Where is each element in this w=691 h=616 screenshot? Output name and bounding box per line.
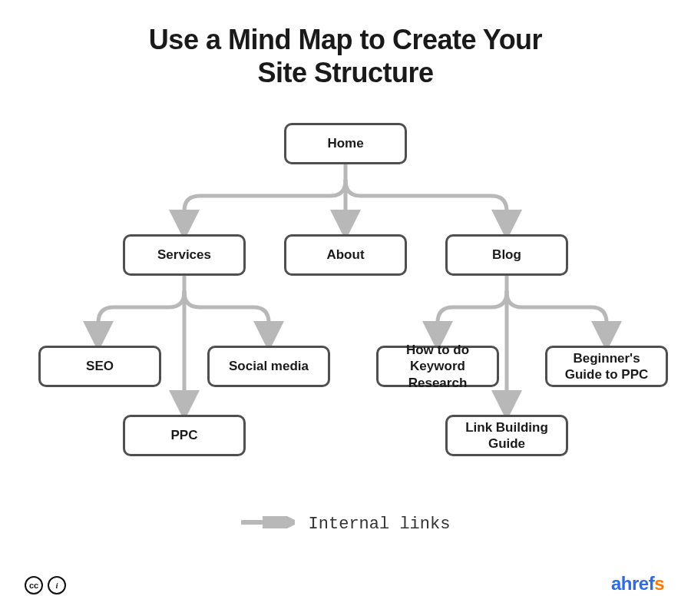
node-about: About bbox=[284, 234, 407, 276]
node-home: Home bbox=[284, 123, 407, 164]
node-about-label: About bbox=[326, 247, 364, 263]
node-seo-label: SEO bbox=[86, 358, 114, 374]
node-beginners-guide-ppc-label: Beginner's Guide to PPC bbox=[554, 350, 660, 383]
legend-arrow-icon bbox=[241, 515, 295, 534]
node-beginners-guide-ppc: Beginner's Guide to PPC bbox=[545, 346, 668, 387]
node-ppc: PPC bbox=[123, 415, 246, 456]
title-line-1: Use a Mind Map to Create Your bbox=[149, 24, 542, 55]
node-social-media: Social media bbox=[207, 346, 330, 387]
node-keyword-research: How to do Keyword Research bbox=[376, 346, 499, 387]
node-services: Services bbox=[123, 234, 246, 276]
node-seo: SEO bbox=[38, 346, 161, 387]
brand-logo: ahrefs bbox=[611, 573, 664, 594]
node-blog: Blog bbox=[445, 234, 568, 276]
node-ppc-label: PPC bbox=[171, 427, 198, 443]
node-blog-label: Blog bbox=[492, 247, 521, 263]
cc-icon: cc bbox=[25, 576, 43, 594]
legend: Internal links bbox=[0, 515, 691, 534]
node-services-label: Services bbox=[157, 247, 211, 263]
legend-label: Internal links bbox=[309, 515, 451, 534]
license-badges: cc i bbox=[25, 576, 66, 594]
node-link-building-label: Link Building Guide bbox=[454, 419, 560, 452]
node-social-media-label: Social media bbox=[229, 358, 309, 374]
diagram-title: Use a Mind Map to Create Your Site Struc… bbox=[0, 23, 691, 89]
node-link-building: Link Building Guide bbox=[445, 415, 568, 456]
title-line-2: Site Structure bbox=[257, 57, 433, 88]
node-keyword-research-label: How to do Keyword Research bbox=[385, 342, 491, 391]
by-icon: i bbox=[48, 576, 66, 594]
node-home-label: Home bbox=[327, 135, 363, 151]
